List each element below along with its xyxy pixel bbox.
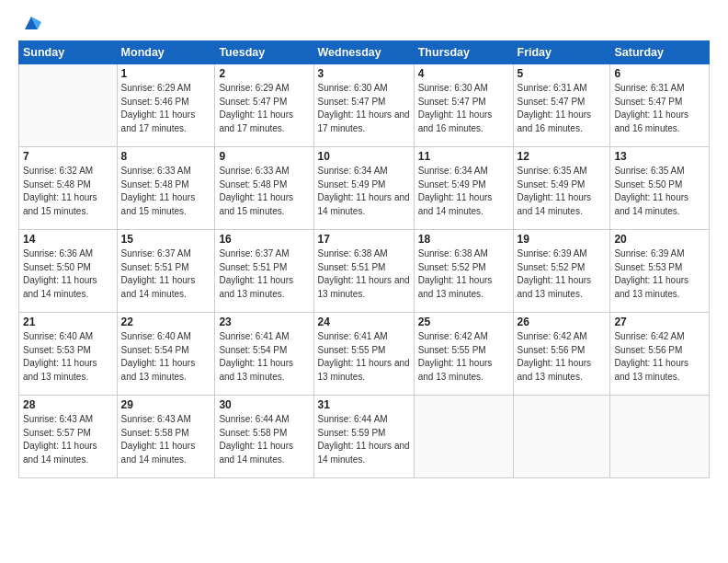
day-info: Sunrise: 6:40 AMSunset: 5:54 PMDaylight:… bbox=[121, 330, 211, 384]
sunrise-text: Sunrise: 6:29 AM bbox=[121, 82, 211, 96]
day-number: 24 bbox=[318, 316, 410, 328]
calendar-day-cell: 20Sunrise: 6:39 AMSunset: 5:53 PMDayligh… bbox=[610, 230, 710, 313]
calendar-day-cell: 13Sunrise: 6:35 AMSunset: 5:50 PMDayligh… bbox=[610, 147, 710, 230]
calendar-day-cell: 1Sunrise: 6:29 AMSunset: 5:46 PMDaylight… bbox=[117, 64, 215, 147]
logo bbox=[18, 17, 41, 31]
day-number: 26 bbox=[518, 316, 607, 328]
sunset-text: Sunset: 5:56 PM bbox=[614, 344, 705, 358]
sunrise-text: Sunrise: 6:43 AM bbox=[121, 413, 211, 427]
day-number: 18 bbox=[418, 233, 509, 246]
daylight-text: Daylight: 11 hours and 13 minutes. bbox=[318, 274, 410, 301]
daylight-text: Daylight: 11 hours and 13 minutes. bbox=[418, 274, 509, 301]
sunset-text: Sunset: 5:55 PM bbox=[418, 344, 509, 358]
day-number: 5 bbox=[518, 67, 607, 80]
sunset-text: Sunset: 5:57 PM bbox=[23, 427, 113, 441]
day-number: 20 bbox=[614, 233, 705, 246]
day-info: Sunrise: 6:43 AMSunset: 5:58 PMDaylight:… bbox=[121, 413, 211, 466]
daylight-text: Daylight: 11 hours and 13 minutes. bbox=[121, 357, 211, 384]
daylight-text: Daylight: 11 hours and 17 minutes. bbox=[121, 109, 211, 135]
sunrise-text: Sunrise: 6:38 AM bbox=[318, 247, 410, 261]
calendar-day-cell: 23Sunrise: 6:41 AMSunset: 5:54 PMDayligh… bbox=[215, 313, 313, 396]
daylight-text: Daylight: 11 hours and 13 minutes. bbox=[518, 357, 607, 384]
calendar-day-cell: 16Sunrise: 6:37 AMSunset: 5:51 PMDayligh… bbox=[215, 230, 313, 313]
calendar-day-cell: 17Sunrise: 6:38 AMSunset: 5:51 PMDayligh… bbox=[313, 230, 414, 313]
header bbox=[18, 17, 710, 31]
weekday-header: Monday bbox=[117, 41, 215, 64]
calendar-day-cell: 9Sunrise: 6:33 AMSunset: 5:48 PMDaylight… bbox=[215, 147, 313, 230]
weekday-header: Friday bbox=[513, 41, 610, 64]
sunrise-text: Sunrise: 6:30 AM bbox=[318, 82, 410, 96]
sunrise-text: Sunrise: 6:33 AM bbox=[219, 165, 309, 178]
calendar-day-cell: 26Sunrise: 6:42 AMSunset: 5:56 PMDayligh… bbox=[513, 313, 610, 396]
sunrise-text: Sunrise: 6:44 AM bbox=[219, 413, 309, 427]
logo-icon bbox=[21, 13, 41, 31]
daylight-text: Daylight: 11 hours and 14 minutes. bbox=[23, 274, 113, 301]
sunrise-text: Sunrise: 6:30 AM bbox=[418, 82, 509, 96]
day-number: 11 bbox=[418, 150, 509, 163]
calendar-day-cell: 14Sunrise: 6:36 AMSunset: 5:50 PMDayligh… bbox=[19, 230, 118, 313]
sunset-text: Sunset: 5:48 PM bbox=[23, 178, 113, 192]
daylight-text: Daylight: 11 hours and 13 minutes. bbox=[614, 357, 705, 384]
calendar-day-cell bbox=[19, 64, 118, 147]
day-info: Sunrise: 6:43 AMSunset: 5:57 PMDaylight:… bbox=[23, 413, 113, 466]
daylight-text: Daylight: 11 hours and 16 minutes. bbox=[614, 109, 705, 135]
sunrise-text: Sunrise: 6:39 AM bbox=[518, 247, 607, 261]
weekday-header: Tuesday bbox=[215, 41, 313, 64]
day-number: 3 bbox=[318, 67, 410, 80]
day-info: Sunrise: 6:35 AMSunset: 5:50 PMDaylight:… bbox=[614, 165, 705, 218]
day-number: 7 bbox=[23, 150, 113, 163]
sunrise-text: Sunrise: 6:42 AM bbox=[614, 330, 705, 344]
day-info: Sunrise: 6:33 AMSunset: 5:48 PMDaylight:… bbox=[219, 165, 309, 218]
sunset-text: Sunset: 5:51 PM bbox=[121, 261, 211, 275]
calendar-day-cell: 2Sunrise: 6:29 AMSunset: 5:47 PMDaylight… bbox=[215, 64, 313, 147]
daylight-text: Daylight: 11 hours and 14 minutes. bbox=[121, 440, 211, 466]
daylight-text: Daylight: 11 hours and 13 minutes. bbox=[23, 357, 113, 384]
day-info: Sunrise: 6:29 AMSunset: 5:46 PMDaylight:… bbox=[121, 82, 211, 135]
calendar-day-cell: 4Sunrise: 6:30 AMSunset: 5:47 PMDaylight… bbox=[414, 64, 513, 147]
sunrise-text: Sunrise: 6:34 AM bbox=[418, 165, 509, 178]
sunrise-text: Sunrise: 6:31 AM bbox=[614, 82, 705, 96]
day-number: 27 bbox=[614, 316, 705, 328]
sunset-text: Sunset: 5:58 PM bbox=[121, 427, 211, 441]
day-info: Sunrise: 6:31 AMSunset: 5:47 PMDaylight:… bbox=[518, 82, 607, 135]
daylight-text: Daylight: 11 hours and 17 minutes. bbox=[318, 109, 410, 135]
daylight-text: Daylight: 11 hours and 15 minutes. bbox=[23, 191, 113, 218]
sunset-text: Sunset: 5:47 PM bbox=[219, 96, 309, 109]
calendar-week-row: 21Sunrise: 6:40 AMSunset: 5:53 PMDayligh… bbox=[19, 313, 710, 396]
weekday-header: Thursday bbox=[414, 41, 513, 64]
sunset-text: Sunset: 5:48 PM bbox=[121, 178, 211, 192]
sunset-text: Sunset: 5:50 PM bbox=[614, 178, 705, 192]
day-info: Sunrise: 6:38 AMSunset: 5:51 PMDaylight:… bbox=[318, 247, 410, 301]
daylight-text: Daylight: 11 hours and 13 minutes. bbox=[318, 357, 410, 384]
calendar-week-row: 28Sunrise: 6:43 AMSunset: 5:57 PMDayligh… bbox=[19, 396, 710, 478]
calendar-day-cell: 25Sunrise: 6:42 AMSunset: 5:55 PMDayligh… bbox=[414, 313, 513, 396]
calendar-day-cell: 19Sunrise: 6:39 AMSunset: 5:52 PMDayligh… bbox=[513, 230, 610, 313]
day-number: 4 bbox=[418, 67, 509, 80]
day-number: 29 bbox=[121, 398, 211, 411]
calendar-day-cell: 18Sunrise: 6:38 AMSunset: 5:52 PMDayligh… bbox=[414, 230, 513, 313]
day-info: Sunrise: 6:35 AMSunset: 5:49 PMDaylight:… bbox=[518, 165, 607, 218]
calendar-day-cell: 3Sunrise: 6:30 AMSunset: 5:47 PMDaylight… bbox=[313, 64, 414, 147]
daylight-text: Daylight: 11 hours and 17 minutes. bbox=[219, 109, 309, 135]
daylight-text: Daylight: 11 hours and 13 minutes. bbox=[518, 274, 607, 301]
day-info: Sunrise: 6:30 AMSunset: 5:47 PMDaylight:… bbox=[418, 82, 509, 135]
sunset-text: Sunset: 5:56 PM bbox=[518, 344, 607, 358]
calendar: SundayMondayTuesdayWednesdayThursdayFrid… bbox=[18, 40, 710, 478]
daylight-text: Daylight: 11 hours and 14 minutes. bbox=[219, 440, 309, 466]
day-info: Sunrise: 6:39 AMSunset: 5:53 PMDaylight:… bbox=[614, 247, 705, 301]
daylight-text: Daylight: 11 hours and 14 minutes. bbox=[121, 274, 211, 301]
day-info: Sunrise: 6:44 AMSunset: 5:58 PMDaylight:… bbox=[219, 413, 309, 466]
day-number: 1 bbox=[121, 67, 211, 80]
sunset-text: Sunset: 5:49 PM bbox=[418, 178, 509, 192]
calendar-day-cell bbox=[513, 396, 610, 478]
day-number: 19 bbox=[518, 233, 607, 246]
day-info: Sunrise: 6:30 AMSunset: 5:47 PMDaylight:… bbox=[318, 82, 410, 135]
day-number: 25 bbox=[418, 316, 509, 328]
sunset-text: Sunset: 5:52 PM bbox=[418, 261, 509, 275]
sunset-text: Sunset: 5:47 PM bbox=[318, 96, 410, 109]
sunrise-text: Sunrise: 6:41 AM bbox=[318, 330, 410, 344]
calendar-day-cell bbox=[610, 396, 710, 478]
daylight-text: Daylight: 11 hours and 14 minutes. bbox=[418, 191, 509, 218]
calendar-day-cell bbox=[414, 396, 513, 478]
day-number: 14 bbox=[23, 233, 113, 246]
